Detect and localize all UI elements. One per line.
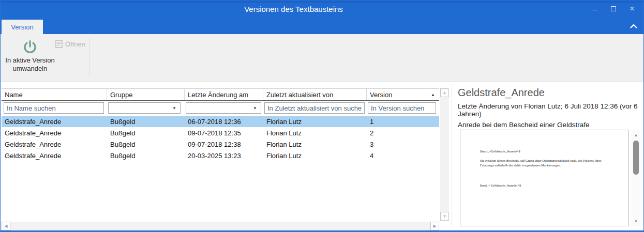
scroll-down-button[interactable]: ▼ bbox=[440, 212, 449, 221]
scroll-up-icon: ▲ bbox=[443, 90, 447, 95]
column-header-name[interactable]: Name bbox=[2, 89, 107, 100]
tab-version[interactable]: Version bbox=[2, 20, 43, 34]
close-button[interactable]: × bbox=[624, 2, 640, 16]
column-header-version-label: Version bbox=[370, 91, 392, 99]
filter-gruppe-dropdown[interactable]: ▼ bbox=[108, 102, 181, 114]
cell-gruppe: Bußgeld bbox=[107, 116, 185, 127]
sort-ascending-icon: ▲ bbox=[431, 92, 435, 97]
cell-version: 2 bbox=[367, 127, 439, 138]
cell-letzte-aenderung: 20-03-2025 13:23 bbox=[185, 150, 263, 161]
cell-version: 1 bbox=[367, 116, 439, 127]
column-header-letzte-aenderung-label: Letzte Änderung am bbox=[188, 91, 248, 99]
column-header-aktualisiert-von-label: Zuletzt aktualisiert von bbox=[266, 91, 333, 99]
grid-header: Name Gruppe Letzte Änderung am Zuletzt a… bbox=[2, 88, 439, 101]
document-content: $start_<Geldstrafe_Anrede>$ Sie erhalten… bbox=[460, 130, 628, 188]
preview-scrollbar-thumb[interactable] bbox=[633, 141, 639, 175]
power-icon bbox=[22, 39, 38, 55]
panel-splitter[interactable] bbox=[452, 84, 452, 227]
dropdown-arrow-icon: ▼ bbox=[172, 106, 176, 111]
cell-aktualisiert-von: Florian Lutz bbox=[263, 138, 367, 150]
cell-name: Geldstrafe_Anrede bbox=[2, 116, 107, 127]
dialog-window: Versionen des Textbausteins – × Version bbox=[0, 0, 644, 232]
convert-button-label-line2: umwandeln bbox=[2, 65, 58, 73]
column-header-name-label: Name bbox=[5, 91, 23, 99]
convert-button-label-line1: In aktive Version bbox=[2, 56, 58, 65]
open-button[interactable]: Öffnen bbox=[55, 39, 85, 49]
filter-version-input[interactable] bbox=[368, 102, 436, 114]
cell-version: 4 bbox=[367, 150, 439, 161]
cell-aktualisiert-von: Florian Lutz bbox=[263, 127, 367, 138]
cell-letzte-aenderung: 09-07-2018 12:38 bbox=[185, 138, 263, 150]
column-header-gruppe-label: Gruppe bbox=[110, 91, 132, 99]
scroll-left-button[interactable]: ◀ bbox=[2, 222, 10, 230]
cell-name: Geldstrafe_Anrede bbox=[2, 150, 107, 161]
column-header-gruppe[interactable]: Gruppe bbox=[107, 89, 185, 100]
preview-scroll-up-icon[interactable]: ▲ bbox=[631, 131, 641, 138]
cell-name: Geldstrafe_Anrede bbox=[2, 127, 107, 138]
titlebar: Versionen des Textbausteins – × bbox=[1, 1, 643, 17]
window-title: Versionen des Textbausteins bbox=[1, 3, 587, 17]
preview-vertical-scrollbar[interactable]: ▲ ▼ bbox=[631, 130, 641, 226]
column-header-version[interactable]: Version ▲ bbox=[367, 89, 439, 100]
table-row[interactable]: Geldstrafe_Anrede Bußgeld 09-07-2018 12:… bbox=[2, 138, 439, 150]
detail-panel: Geldstrafe_Anrede Letzte Änderung von Fl… bbox=[457, 86, 641, 228]
cell-gruppe: Bußgeld bbox=[107, 127, 185, 138]
filter-date-dropdown[interactable]: ▼ bbox=[186, 102, 261, 114]
cell-gruppe: Bußgeld bbox=[107, 150, 185, 161]
dropdown-arrow-icon: ▼ bbox=[253, 106, 257, 111]
column-header-letzte-aenderung[interactable]: Letzte Änderung am bbox=[185, 89, 263, 100]
preview-scroll-down-icon[interactable]: ▼ bbox=[631, 218, 641, 225]
cell-aktualisiert-von: Florian Lutz bbox=[263, 150, 367, 161]
cell-gruppe: Bußgeld bbox=[107, 138, 185, 150]
scroll-left-icon: ◀ bbox=[4, 224, 7, 228]
detail-description: Anrede bei dem Bescheid einer Geldstrafe bbox=[458, 121, 641, 129]
filter-name-input[interactable] bbox=[4, 102, 104, 114]
cell-aktualisiert-von: Florian Lutz bbox=[263, 116, 367, 127]
scroll-right-button[interactable]: ▶ bbox=[430, 222, 439, 230]
document-end-tag: $end_< Geldstrafe_Anrede >$ bbox=[480, 183, 613, 188]
table-row[interactable]: Geldstrafe_Anrede Bußgeld 09-07-2018 12:… bbox=[2, 127, 439, 138]
table-row[interactable]: Geldstrafe_Anrede Bußgeld 20-03-2025 13:… bbox=[2, 150, 439, 161]
minimize-button[interactable]: – bbox=[587, 2, 603, 16]
scroll-down-icon: ▼ bbox=[443, 214, 447, 219]
table-row[interactable]: Geldstrafe_Anrede Bußgeld 06-07-2018 12:… bbox=[2, 116, 439, 127]
scroll-up-button[interactable]: ▲ bbox=[440, 88, 449, 97]
document-start-tag: $start_<Geldstrafe_Anrede>$ bbox=[480, 149, 613, 153]
cell-letzte-aenderung: 09-07-2018 12:35 bbox=[185, 127, 263, 138]
open-document-icon bbox=[55, 40, 63, 48]
cell-name: Geldstrafe_Anrede bbox=[2, 138, 107, 150]
scroll-right-icon: ▶ bbox=[433, 224, 436, 228]
grid-rows: Geldstrafe_Anrede Bußgeld 06-07-2018 12:… bbox=[2, 116, 439, 161]
maximize-button[interactable] bbox=[605, 2, 622, 16]
cell-letzte-aenderung: 06-07-2018 12:36 bbox=[185, 116, 263, 127]
ribbon-tabstrip: Version bbox=[1, 17, 643, 34]
detail-last-change: Letzte Änderung von Florian Lutz; 6 Juli… bbox=[458, 102, 641, 118]
tab-version-label: Version bbox=[11, 23, 33, 31]
document-preview: $start_<Geldstrafe_Anrede>$ Sie erhalten… bbox=[460, 130, 628, 226]
open-button-label: Öffnen bbox=[65, 40, 85, 48]
grid-vertical-scrollbar[interactable]: ▲ ▼ bbox=[440, 88, 449, 221]
cell-version: 3 bbox=[367, 138, 439, 150]
maximize-icon bbox=[611, 6, 616, 11]
close-icon: × bbox=[630, 4, 634, 13]
column-header-aktualisiert-von[interactable]: Zuletzt aktualisiert von bbox=[263, 89, 367, 100]
ribbon-group-divider bbox=[89, 38, 90, 76]
collapse-ribbon-button[interactable] bbox=[628, 20, 639, 32]
filter-user-input[interactable] bbox=[264, 102, 365, 114]
minimize-icon: – bbox=[593, 5, 597, 13]
grid-filter-row: ▼ ▼ bbox=[2, 101, 439, 116]
chevron-up-icon bbox=[630, 24, 637, 28]
document-body: Sie erhalten diesen Bescheid, auf Grund … bbox=[480, 158, 616, 167]
grid-horizontal-scrollbar[interactable]: ◀ ▶ bbox=[2, 222, 439, 230]
detail-title: Geldstrafe_Anrede bbox=[458, 87, 641, 99]
convert-to-active-version-button[interactable]: In aktive Version umwandeln bbox=[2, 36, 58, 80]
ribbon: In aktive Version umwandeln Öffnen bbox=[1, 34, 643, 82]
